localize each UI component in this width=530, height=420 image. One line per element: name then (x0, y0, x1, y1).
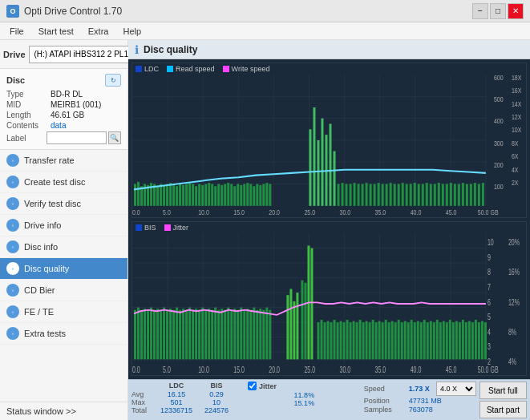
nav-disc-quality[interactable]: ◦ Disc quality (0, 258, 127, 280)
menu-help[interactable]: Help (116, 25, 148, 38)
nav-drive-info[interactable]: ◦ Drive info (0, 215, 127, 236)
charts-area: LDC Read speed Write speed (128, 59, 530, 379)
svg-text:45.0: 45.0 (446, 208, 457, 216)
svg-rect-86 (313, 107, 315, 206)
stat-speed-select[interactable]: 4.0 X (436, 382, 476, 396)
disc-length-label: Length (6, 111, 51, 119)
menu-file[interactable]: File (3, 25, 30, 38)
stats-avg-ldc: 16.15 (156, 390, 197, 398)
stats-max-label: Max (131, 398, 154, 406)
svg-rect-217 (289, 289, 292, 359)
disc-mid-value: MEIRB1 (001) (51, 100, 101, 109)
svg-rect-224 (317, 322, 319, 359)
svg-rect-255 (417, 321, 419, 359)
bis-chart-svg: 10 9 8 7 6 5 4 3 2 20% 16% 12% 8% 4% 0 (132, 233, 526, 376)
position-info-row: Position 47731 MB (364, 397, 476, 405)
svg-text:15.0: 15.0 (233, 365, 245, 374)
status-window-button[interactable]: Status window >> (0, 402, 127, 420)
svg-rect-124 (466, 184, 468, 206)
svg-rect-49 (156, 186, 159, 206)
svg-rect-234 (350, 322, 352, 359)
nav-icon-verify: ◦ (6, 197, 19, 210)
svg-rect-207 (243, 309, 245, 359)
nav-verify-test-disc[interactable]: ◦ Verify test disc (0, 193, 127, 215)
svg-text:50.0 GB: 50.0 GB (478, 365, 499, 374)
disc-length-value: 46.61 GB (51, 111, 84, 119)
legend-read-speed: Read speed (167, 65, 215, 73)
nav-icon-create: ◦ (6, 176, 19, 188)
stats-max-row: Max 501 10 (131, 398, 245, 406)
disc-type-label: Type (6, 90, 51, 99)
svg-rect-127 (478, 184, 480, 206)
svg-rect-269 (462, 320, 464, 359)
svg-rect-198 (214, 307, 216, 359)
nav-cd-bier[interactable]: ◦ CD Bier (0, 280, 127, 301)
svg-rect-215 (269, 309, 271, 359)
nav-label-disc-quality: Disc quality (24, 264, 69, 273)
close-button[interactable]: ✕ (508, 3, 524, 19)
nav-create-test-disc[interactable]: ◦ Create test disc (0, 172, 127, 193)
svg-rect-227 (326, 321, 329, 359)
svg-rect-54 (172, 184, 175, 206)
start-full-button[interactable]: Start full (479, 382, 527, 399)
svg-rect-42 (134, 184, 136, 206)
svg-rect-107 (398, 184, 400, 206)
menubar: File Start test Extra Help (0, 22, 530, 40)
window-controls: − □ ✕ (472, 3, 524, 19)
maximize-button[interactable]: □ (490, 3, 506, 19)
menu-extra[interactable]: Extra (82, 25, 115, 38)
nav-transfer-rate[interactable]: ◦ Transfer rate (0, 150, 127, 172)
svg-text:500: 500 (494, 95, 504, 103)
svg-rect-259 (430, 321, 432, 359)
disc-contents-value: data (51, 121, 66, 130)
svg-rect-266 (452, 322, 455, 359)
stats-avg-row: Avg 16.15 0.29 (131, 390, 245, 398)
svg-text:8X: 8X (512, 139, 519, 147)
nav-icon-drive: ◦ (6, 219, 19, 232)
svg-rect-210 (253, 307, 255, 359)
svg-rect-83 (265, 183, 268, 206)
minimize-button[interactable]: − (472, 3, 488, 19)
nav-fe-te[interactable]: ◦ FE / TE (0, 301, 127, 323)
svg-text:8%: 8% (508, 327, 516, 337)
svg-rect-199 (217, 309, 220, 359)
svg-rect-208 (246, 309, 249, 359)
svg-rect-219 (296, 293, 298, 359)
svg-rect-256 (420, 322, 423, 359)
svg-rect-128 (482, 183, 484, 206)
svg-rect-202 (227, 307, 229, 359)
disc-label-button[interactable]: 🔍 (108, 131, 121, 144)
jitter-checkbox[interactable] (248, 382, 257, 390)
svg-rect-206 (240, 307, 242, 359)
disc-type-row: Type BD-R DL (6, 90, 121, 99)
svg-text:10.0: 10.0 (198, 208, 209, 216)
nav-label-drive-info: Drive info (24, 220, 61, 230)
svg-rect-91 (334, 151, 336, 206)
nav-extra-tests[interactable]: ◦ Extra tests (0, 323, 127, 345)
stats-ldc-bis: LDC BIS Avg 16.15 0.29 Max 501 10 Total … (131, 382, 245, 414)
start-part-button[interactable]: Start part (479, 401, 527, 418)
svg-rect-121 (454, 184, 456, 206)
svg-rect-56 (179, 184, 181, 206)
stats-avg-jitter: 11.8% (248, 391, 361, 399)
titlebar: O Opti Drive Control 1.70 − □ ✕ (0, 0, 530, 22)
svg-text:25.0: 25.0 (304, 365, 315, 374)
status-window-label: Status window >> (6, 406, 76, 416)
svg-rect-268 (459, 322, 461, 359)
svg-rect-270 (465, 322, 467, 359)
svg-rect-250 (401, 322, 403, 359)
svg-text:4: 4 (488, 327, 491, 337)
stats-avg-bis: 0.29 (199, 390, 234, 398)
nav-disc-info[interactable]: ◦ Disc info (0, 236, 127, 258)
svg-rect-214 (265, 307, 268, 359)
svg-rect-258 (427, 322, 429, 359)
disc-label-input[interactable] (47, 131, 107, 144)
stats-avg-label: Avg (131, 390, 154, 398)
disc-length-row: Length 46.61 GB (6, 111, 121, 119)
menu-start-test[interactable]: Start test (32, 25, 80, 38)
svg-text:30.0: 30.0 (340, 208, 351, 216)
position-label: Position (364, 397, 406, 405)
svg-rect-50 (160, 184, 162, 206)
disc-refresh-icon[interactable]: ↻ (105, 74, 121, 87)
svg-rect-90 (330, 123, 332, 205)
